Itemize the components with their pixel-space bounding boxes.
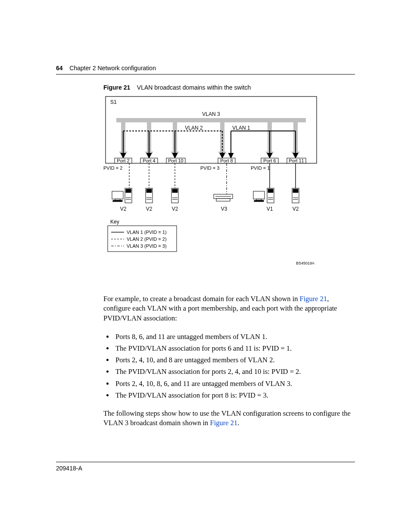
svg-rect-60: [253, 191, 265, 199]
page-footer: 209418-A: [56, 462, 355, 472]
port-label: Port 10: [168, 158, 183, 163]
svg-rect-46: [126, 189, 131, 193]
svg-rect-50: [146, 189, 152, 193]
bullet-list: Ports 8, 6, and 11 are untagged members …: [103, 331, 355, 401]
svg-marker-29: [293, 153, 298, 158]
host-label: V2: [146, 206, 153, 212]
paragraph: The following steps show how to use the …: [103, 409, 355, 428]
list-item: The PVID/VLAN association for ports 2, 4…: [114, 366, 355, 377]
vlan1-label: VLAN 1: [232, 125, 250, 131]
host-label: V1: [267, 206, 273, 212]
vlan3-label: VLAN 3: [202, 111, 220, 117]
svg-marker-21: [173, 153, 177, 158]
pvid-label: PVID = 1: [251, 165, 270, 171]
host-label: V2: [120, 206, 127, 212]
svg-marker-19: [147, 153, 151, 158]
list-item: The PVID/VLAN association for port 8 is:…: [114, 389, 355, 401]
svg-rect-64: [268, 189, 273, 193]
key-item: VLAN 3 (PVID = 3): [127, 243, 167, 249]
vlan2-label: VLAN 2: [185, 125, 203, 131]
figure-ref-code: BS45019A: [296, 261, 314, 265]
pvid-label: PVID = 3: [200, 165, 219, 171]
list-item: Ports 8, 6, and 11 are untagged members …: [114, 331, 355, 342]
page-number: 64: [56, 65, 63, 72]
figure-label: Figure 21: [103, 84, 130, 91]
port-label: Port 4: [143, 158, 155, 163]
figure-xref[interactable]: Figure 21: [300, 295, 327, 303]
port-label: Port 8: [220, 158, 233, 163]
port-label: Port 2: [117, 158, 129, 163]
list-item: The PVID/VLAN association for ports 6 an…: [114, 342, 355, 354]
key-title: Key: [110, 219, 119, 225]
svg-rect-62: [254, 200, 264, 202]
pvid-label: PVID = 2: [103, 165, 122, 171]
figure-diagram: S1 VLAN 3 VLAN 2 VLAN 1: [103, 94, 319, 273]
svg-rect-0: [106, 96, 317, 163]
svg-marker-23: [220, 153, 224, 158]
svg-rect-1: [116, 118, 306, 122]
svg-marker-27: [268, 153, 272, 158]
host-label: V3: [221, 206, 227, 212]
figure-caption: Figure 21 VLAN broadcast domains within …: [103, 84, 355, 91]
key-item: VLAN 1 (PVID = 1): [127, 230, 167, 235]
host-label: V2: [293, 206, 299, 212]
svg-marker-17: [121, 153, 125, 158]
svg-rect-42: [112, 191, 123, 199]
port-label: Port 11: [289, 158, 304, 163]
svg-rect-54: [172, 189, 177, 193]
figure-xref[interactable]: Figure 21: [210, 419, 237, 427]
list-item: Ports 2, 4, 10, and 8 are untagged membe…: [114, 354, 355, 366]
chapter-title: Chapter 2 Network configuration: [69, 65, 156, 72]
key-item: VLAN 2 (PVID = 2): [127, 236, 167, 242]
paragraph: For example, to create a broadcast domai…: [103, 294, 355, 323]
page-header: 64 Chapter 2 Network configuration: [56, 65, 355, 75]
svg-rect-58: [216, 199, 230, 201]
list-item: Ports 2, 4, 10, 8, 6, and 11 are untagge…: [114, 378, 355, 389]
svg-rect-44: [113, 200, 122, 202]
switch-label: S1: [110, 99, 117, 105]
svg-rect-68: [293, 189, 298, 193]
port-label: Port 6: [263, 158, 276, 163]
figure-caption-text: VLAN broadcast domains within the switch: [137, 84, 251, 91]
svg-marker-25: [229, 153, 233, 158]
host-label: V2: [172, 206, 178, 212]
doc-id: 209418-A: [56, 465, 355, 472]
